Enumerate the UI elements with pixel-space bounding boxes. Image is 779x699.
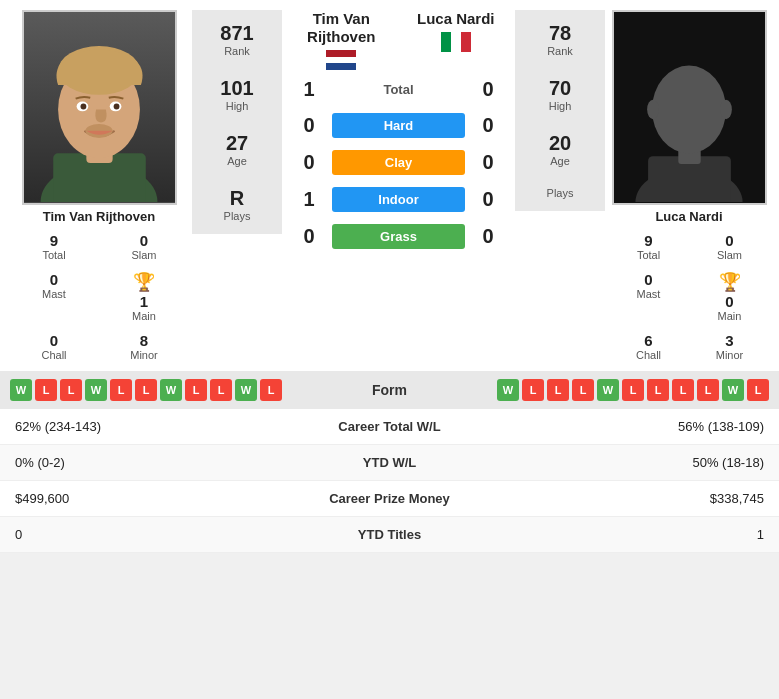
right-form-badges: W L L L W L L L L W L xyxy=(446,379,770,401)
left-stat-chall: 0 Chall xyxy=(10,328,98,365)
right-age-cell: 20 Age xyxy=(519,124,601,175)
right-form-w2: W xyxy=(597,379,619,401)
left-stat-mast: 0 Mast xyxy=(10,267,98,326)
left-player-stats: 9 Total 0 Slam 0 Mast 🏆 1 Main 0 xyxy=(10,228,188,365)
right-info-panel: 78 Rank 70 High 20 Age Plays xyxy=(515,10,605,211)
right-player-card: Luca Nardi 9 Total 0 Slam 0 Mast 🏆 0 M xyxy=(609,10,769,365)
svg-rect-13 xyxy=(326,63,356,70)
svg-rect-11 xyxy=(326,50,356,57)
total-row: 1 Total 0 xyxy=(286,74,511,105)
right-stat-mast: 0 Mast xyxy=(609,267,688,326)
right-player-stats: 9 Total 0 Slam 0 Mast 🏆 0 Main 6 xyxy=(609,228,769,365)
right-form-l7: L xyxy=(697,379,719,401)
italy-flag-icon xyxy=(441,32,471,52)
left-form-l2: L xyxy=(60,379,82,401)
right-stat-chall: 6 Chall xyxy=(609,328,688,365)
left-form-w2: W xyxy=(85,379,107,401)
right-form-l3: L xyxy=(572,379,594,401)
stats-rows: 62% (234-143) Career Total W/L 56% (138-… xyxy=(0,409,779,553)
left-form-l7: L xyxy=(260,379,282,401)
right-form-l5: L xyxy=(647,379,669,401)
right-rank-cell: 78 Rank xyxy=(519,14,601,65)
svg-point-23 xyxy=(720,100,732,119)
left-player-header: Tim Van Rijthoven xyxy=(286,10,397,70)
right-flag xyxy=(401,32,512,52)
left-stat-main: 🏆 1 Main xyxy=(100,267,188,326)
left-rank-cell: 871 Rank xyxy=(196,14,278,65)
indoor-row: 1 Indoor 0 xyxy=(286,183,511,216)
names-row: 871 Rank 101 High 27 Age R Plays xyxy=(192,10,605,253)
right-player-avatar xyxy=(614,12,765,202)
left-stat-minor: 8 Minor xyxy=(100,328,188,365)
left-form-l4: L xyxy=(135,379,157,401)
right-stat-minor: 3 Minor xyxy=(690,328,769,365)
right-player-photo xyxy=(612,10,767,205)
trophy-icon-left: 🏆 xyxy=(133,272,155,292)
svg-rect-16 xyxy=(461,32,471,52)
right-stat-main: 🏆 0 Main xyxy=(690,267,769,326)
left-plays-cell: R Plays xyxy=(196,179,278,230)
right-high-cell: 70 High xyxy=(519,69,601,120)
main-container: Tim Van Rijthoven 9 Total 0 Slam 0 Mast … xyxy=(0,0,779,553)
hard-row: 0 Hard 0 xyxy=(286,109,511,142)
svg-rect-15 xyxy=(451,32,461,52)
left-stat-slam: 0 Slam xyxy=(100,228,188,265)
grass-row: 0 Grass 0 xyxy=(286,220,511,253)
right-form-l4: L xyxy=(622,379,644,401)
right-form-l8: L xyxy=(747,379,769,401)
left-stat-total: 9 Total xyxy=(10,228,98,265)
left-form-l3: L xyxy=(110,379,132,401)
left-form-l1: L xyxy=(35,379,57,401)
form-section: W L L W L L W L L W L Form W L L L W L L… xyxy=(0,371,779,409)
right-stat-total: 9 Total xyxy=(609,228,688,265)
left-flag xyxy=(286,50,397,70)
match-results: Tim Van Rijthoven xyxy=(286,10,511,253)
right-player-header: Luca Nardi xyxy=(401,10,512,70)
right-player-name: Luca Nardi xyxy=(655,209,722,224)
right-plays-cell: Plays xyxy=(519,179,601,207)
left-info-panel: 871 Rank 101 High 27 Age R Plays xyxy=(192,10,282,234)
right-form-w3: W xyxy=(722,379,744,401)
svg-point-9 xyxy=(113,104,119,110)
svg-rect-12 xyxy=(326,57,356,63)
left-player-photo xyxy=(22,10,177,205)
svg-rect-14 xyxy=(441,32,451,52)
left-form-l6: L xyxy=(210,379,232,401)
left-player-name: Tim Van Rijthoven xyxy=(43,209,155,224)
left-player-card: Tim Van Rijthoven 9 Total 0 Slam 0 Mast … xyxy=(10,10,188,365)
right-form-l6: L xyxy=(672,379,694,401)
left-form-badges: W L L W L L W L L W L xyxy=(10,379,334,401)
left-form-w4: W xyxy=(235,379,257,401)
right-form-l1: L xyxy=(522,379,544,401)
left-player-avatar xyxy=(24,12,175,202)
left-form-w3: W xyxy=(160,379,182,401)
right-form-l2: L xyxy=(547,379,569,401)
left-form-w1: W xyxy=(10,379,32,401)
prize-row: $499,600 Career Prize Money $338,745 xyxy=(0,481,779,517)
top-section: Tim Van Rijthoven 9 Total 0 Slam 0 Mast … xyxy=(0,0,779,365)
svg-point-22 xyxy=(647,100,659,119)
right-stat-slam: 0 Slam xyxy=(690,228,769,265)
ytd-titles-row: 0 YTD Titles 1 xyxy=(0,517,779,553)
netherlands-flag-icon xyxy=(326,50,356,70)
career-wl-row: 62% (234-143) Career Total W/L 56% (138-… xyxy=(0,409,779,445)
clay-row: 0 Clay 0 xyxy=(286,146,511,179)
form-center-label: Form xyxy=(340,381,440,399)
left-high-cell: 101 High xyxy=(196,69,278,120)
ytd-wl-row: 0% (0-2) YTD W/L 50% (18-18) xyxy=(0,445,779,481)
right-form-w1: W xyxy=(497,379,519,401)
svg-point-21 xyxy=(651,66,725,154)
trophy-icon-right: 🏆 xyxy=(719,272,741,292)
left-form-l5: L xyxy=(185,379,207,401)
svg-point-8 xyxy=(80,104,86,110)
left-age-cell: 27 Age xyxy=(196,124,278,175)
middle-panel: 871 Rank 101 High 27 Age R Plays xyxy=(192,10,605,365)
player-headers: Tim Van Rijthoven xyxy=(286,10,511,70)
